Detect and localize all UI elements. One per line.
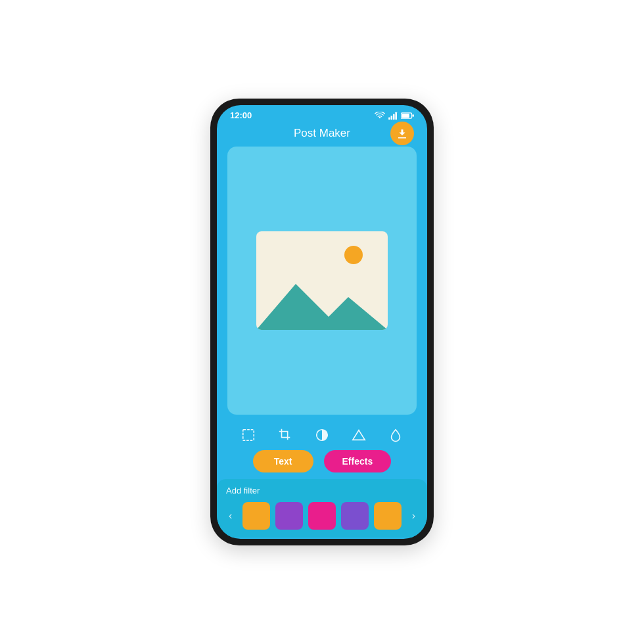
- image-placeholder: [256, 231, 388, 330]
- tools-row: [217, 423, 427, 448]
- shape-tool[interactable]: [352, 428, 366, 442]
- svg-rect-3: [395, 112, 397, 119]
- svg-rect-0: [388, 117, 390, 119]
- filter-label: Add filter: [226, 486, 418, 495]
- filter-swatch-orange2[interactable]: [374, 502, 402, 530]
- sun-decoration: [344, 246, 363, 264]
- filter-prev-arrow[interactable]: ‹: [226, 510, 235, 522]
- filter-next-arrow[interactable]: ›: [409, 510, 418, 522]
- drop-tool[interactable]: [388, 428, 403, 442]
- svg-marker-10: [353, 430, 365, 440]
- svg-marker-7: [256, 284, 388, 330]
- download-icon: [396, 127, 408, 139]
- contrast-tool[interactable]: [315, 428, 329, 442]
- battery-icon: [401, 112, 414, 120]
- action-buttons: Text Effects: [217, 448, 427, 479]
- header: Post Maker: [217, 123, 427, 147]
- download-button[interactable]: [390, 122, 414, 145]
- svg-rect-1: [391, 116, 393, 120]
- canvas-area[interactable]: [227, 147, 417, 415]
- phone-screen: 12:00: [217, 105, 427, 539]
- filter-swatch-orange[interactable]: [242, 502, 270, 530]
- filter-row: ‹ ›: [226, 502, 418, 530]
- status-icons: [375, 112, 414, 120]
- effects-button[interactable]: Effects: [324, 450, 392, 472]
- page-title: Post Maker: [294, 127, 350, 140]
- svg-rect-6: [413, 114, 415, 116]
- signal-icon: [388, 112, 398, 120]
- selection-tool[interactable]: [241, 428, 256, 442]
- svg-rect-5: [402, 114, 409, 118]
- filter-swatch-pink[interactable]: [308, 502, 336, 530]
- crop-tool[interactable]: [278, 428, 292, 442]
- filter-swatches: [235, 502, 409, 530]
- phone-frame: 12:00: [210, 99, 434, 545]
- text-button[interactable]: Text: [253, 450, 313, 472]
- svg-rect-2: [393, 114, 395, 120]
- mountains-decoration: [256, 271, 388, 330]
- wifi-icon: [375, 112, 385, 120]
- filter-section: Add filter ‹ ›: [217, 479, 427, 538]
- status-bar: 12:00: [217, 105, 427, 123]
- status-time: 12:00: [230, 110, 252, 120]
- filter-swatch-purple[interactable]: [275, 502, 303, 530]
- svg-rect-8: [243, 430, 254, 441]
- filter-swatch-violet[interactable]: [341, 502, 369, 530]
